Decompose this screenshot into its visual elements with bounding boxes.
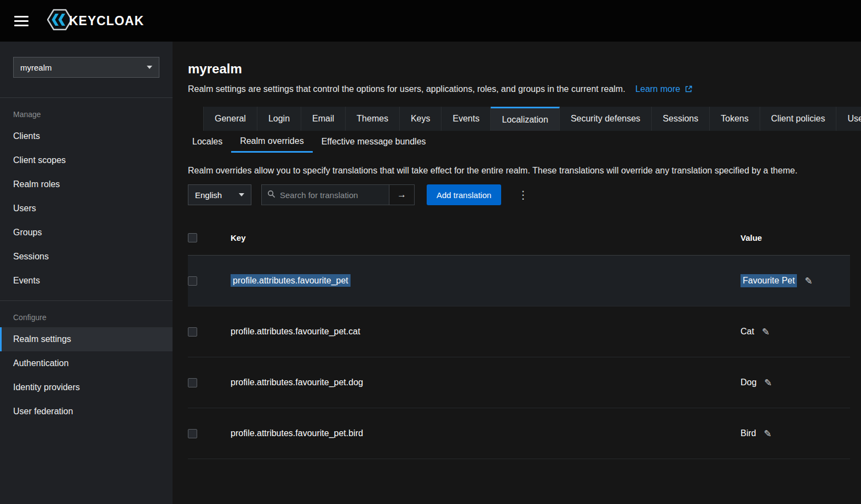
table-toolbar: English → Add translation <box>188 184 850 205</box>
row-checkbox[interactable] <box>188 429 197 438</box>
search-icon <box>267 190 275 200</box>
row-key: profile.attributes.favourite_pet.bird <box>231 428 363 438</box>
sidebar-item-user-federation[interactable]: User federation <box>0 399 173 424</box>
page-title: myrealm <box>188 61 850 77</box>
main-content: myrealm Realm settings are settings that… <box>173 42 861 504</box>
page-description-text: Realm settings are settings that control… <box>188 84 625 94</box>
sidebar-item-client-scopes[interactable]: Client scopes <box>0 148 173 172</box>
pencil-icon: ✎ <box>762 327 770 337</box>
column-header-value: Value <box>741 233 850 242</box>
table-row: profile.attributes.favourite_pet Favouri… <box>188 256 850 306</box>
row-key: profile.attributes.favourite_pet.dog <box>231 378 363 387</box>
edit-value-button[interactable]: ✎ <box>805 275 812 287</box>
table-header-row: Key Value <box>188 221 850 256</box>
pencil-icon: ✎ <box>805 276 812 286</box>
tab-general[interactable]: General <box>203 107 257 131</box>
learn-more-label: Learn more <box>635 84 680 94</box>
sidebar-item-authentication[interactable]: Authentication <box>0 351 173 375</box>
sidebar-item-groups[interactable]: Groups <box>0 221 173 245</box>
search-input[interactable] <box>280 190 378 200</box>
column-header-key: Key <box>231 233 741 242</box>
localization-subtabs: Locales Realm overrides Effective messag… <box>183 131 850 153</box>
brand-wordmark: KEYCLOAK <box>69 14 144 28</box>
realm-settings-tabs: General Login Email Themes Keys Events L… <box>203 107 861 131</box>
row-value: Favourite Pet <box>741 274 797 287</box>
chevron-down-icon <box>147 66 152 69</box>
sidebar: myrealm Manage Clients Client scopes Rea… <box>0 42 173 504</box>
sidebar-item-clients[interactable]: Clients <box>0 124 173 148</box>
kebab-menu-icon[interactable]: ⋮ <box>514 188 532 201</box>
row-key: profile.attributes.favourite_pet.cat <box>231 327 360 336</box>
tab-events[interactable]: Events <box>441 107 491 131</box>
arrow-right-icon: → <box>397 189 406 200</box>
row-checkbox[interactable] <box>188 378 197 387</box>
tab-user-registration[interactable]: User registration <box>836 107 861 131</box>
add-translation-button[interactable]: Add translation <box>427 184 501 205</box>
realm-selector[interactable]: myrealm <box>13 57 159 78</box>
pencil-icon: ✎ <box>764 378 772 388</box>
tab-sessions[interactable]: Sessions <box>652 107 710 131</box>
sidebar-item-users[interactable]: Users <box>0 196 173 221</box>
search-box <box>261 184 389 205</box>
sidebar-item-realm-settings[interactable]: Realm settings <box>0 327 173 351</box>
sidebar-item-realm-roles[interactable]: Realm roles <box>0 172 173 196</box>
tab-client-policies[interactable]: Client policies <box>760 107 837 131</box>
row-checkbox[interactable] <box>188 327 197 337</box>
edit-value-button[interactable]: ✎ <box>764 377 772 389</box>
row-value: Dog <box>741 378 756 387</box>
tab-login[interactable]: Login <box>257 107 301 131</box>
tab-email[interactable]: Email <box>301 107 346 131</box>
table-row: profile.attributes.favourite_pet.bird Bi… <box>188 408 850 459</box>
sidebar-item-sessions[interactable]: Sessions <box>0 245 173 269</box>
external-link-icon <box>685 85 692 95</box>
page-description: Realm settings are settings that control… <box>188 84 850 95</box>
tab-localization[interactable]: Localization <box>491 107 560 131</box>
search-group: → <box>261 184 415 205</box>
tab-themes[interactable]: Themes <box>346 107 400 131</box>
search-submit-button[interactable]: → <box>389 184 415 205</box>
row-value: Bird <box>741 428 756 438</box>
realm-overrides-description: Realm overrides allow you to specify tra… <box>188 166 850 176</box>
select-all-checkbox[interactable] <box>188 233 197 242</box>
edit-value-button[interactable]: ✎ <box>764 428 771 439</box>
edit-value-button[interactable]: ✎ <box>762 326 770 338</box>
sidebar-section-manage: Manage <box>0 98 173 124</box>
tab-security-defenses[interactable]: Security defenses <box>560 107 652 131</box>
sidebar-item-events[interactable]: Events <box>0 269 173 293</box>
realm-overrides-table: Key Value profile.attributes.favourite_p… <box>188 221 850 459</box>
keycloak-logo[interactable]: KEYCLOAK <box>47 9 144 33</box>
subtab-effective-message-bundles[interactable]: Effective message bundles <box>313 131 435 153</box>
tab-tokens[interactable]: Tokens <box>710 107 760 131</box>
table-row: profile.attributes.favourite_pet.dog Dog… <box>188 357 850 408</box>
chevron-down-icon <box>239 193 244 196</box>
subtab-realm-overrides[interactable]: Realm overrides <box>231 131 312 153</box>
menu-toggle-icon[interactable] <box>14 16 28 26</box>
row-checkbox[interactable] <box>188 276 197 286</box>
language-select[interactable]: English <box>188 184 251 205</box>
row-key: profile.attributes.favourite_pet <box>231 274 351 287</box>
subtab-locales[interactable]: Locales <box>183 131 231 153</box>
learn-more-link[interactable]: Learn more <box>635 84 692 94</box>
realm-selector-value: myrealm <box>20 63 52 72</box>
language-select-value: English <box>195 190 222 200</box>
table-row: profile.attributes.favourite_pet.cat Cat… <box>188 306 850 357</box>
sidebar-item-identity-providers[interactable]: Identity providers <box>0 375 173 399</box>
tab-keys[interactable]: Keys <box>400 107 442 131</box>
row-value: Cat <box>741 327 754 337</box>
top-bar: KEYCLOAK <box>0 0 861 42</box>
pencil-icon: ✎ <box>764 428 771 439</box>
sidebar-section-configure: Configure <box>0 301 173 327</box>
